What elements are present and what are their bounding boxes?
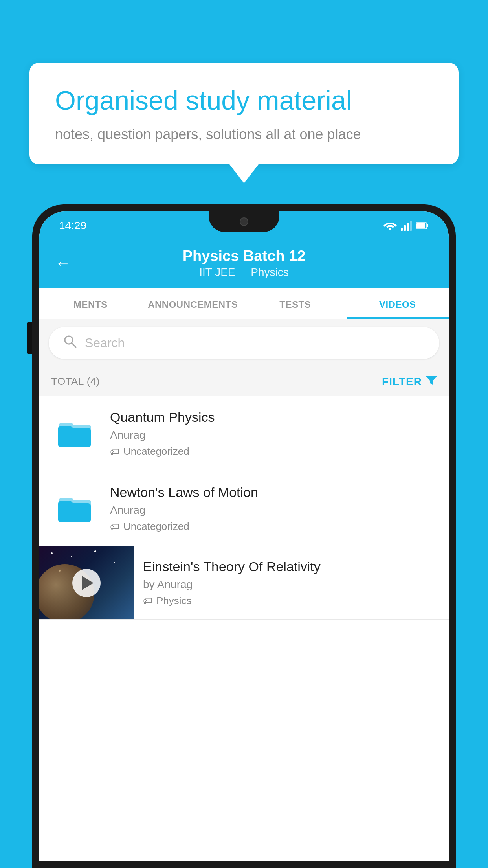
back-button[interactable]: ← [55, 254, 71, 272]
tab-announcements[interactable]: ANNOUNCEMENTS [142, 288, 244, 319]
list-item[interactable]: Einstein's Theory Of Relativity by Anura… [39, 546, 449, 620]
list-item[interactable]: Newton's Laws of Motion Anurag 🏷 Uncateg… [39, 471, 449, 546]
svg-rect-3 [407, 223, 409, 231]
play-button[interactable] [72, 569, 101, 597]
video-title-1: Quantum Physics [110, 410, 437, 425]
folder-icon [55, 414, 94, 453]
play-triangle-icon [82, 576, 94, 590]
search-bar-container: Search [39, 319, 449, 367]
tag-icon-2: 🏷 [110, 521, 119, 532]
app-header: ← Physics Batch 12 IIT JEE Physics [39, 237, 449, 288]
svg-line-9 [72, 343, 76, 347]
status-icons [383, 221, 429, 231]
search-input-placeholder[interactable]: Search [85, 336, 125, 350]
tab-videos[interactable]: VIDEOS [347, 288, 449, 319]
camera-icon [240, 217, 248, 226]
tag-label-2: Uncategorized [123, 520, 189, 533]
video-tag-2: 🏷 Uncategorized [110, 520, 437, 533]
wifi-icon [383, 221, 397, 231]
svg-rect-1 [401, 228, 403, 231]
header-title: Physics Batch 12 [183, 248, 306, 265]
tab-tests[interactable]: TESTS [244, 288, 347, 319]
phone-screen: 14:29 [39, 211, 449, 861]
video-info-2: Newton's Laws of Motion Anurag 🏷 Uncateg… [110, 485, 437, 533]
filter-button[interactable]: FILTER [382, 375, 437, 388]
list-item[interactable]: Quantum Physics Anurag 🏷 Uncategorized [39, 396, 449, 471]
total-count: TOTAL (4) [51, 375, 100, 388]
video-tag-1: 🏷 Uncategorized [110, 445, 437, 458]
video-tag-3: 🏷 Physics [143, 595, 439, 607]
folder-icon [55, 489, 94, 528]
battery-icon [416, 222, 429, 230]
video-author-3: by Anurag [143, 578, 439, 591]
signal-icon [401, 221, 412, 231]
tabs-bar: MENTS ANNOUNCEMENTS TESTS VIDEOS [39, 288, 449, 319]
video-author-2: Anurag [110, 504, 437, 517]
folder-thumbnail-1 [51, 410, 98, 457]
svg-rect-4 [410, 221, 412, 231]
video-info-1: Quantum Physics Anurag 🏷 Uncategorized [110, 410, 437, 458]
video-title-2: Newton's Laws of Motion [110, 485, 437, 500]
speech-bubble-subtext: notes, question papers, solutions all at… [55, 126, 433, 143]
header-subtitle: IIT JEE Physics [183, 266, 306, 279]
filter-bar: TOTAL (4) FILTER [39, 367, 449, 396]
tag-label-1: Uncategorized [123, 445, 189, 458]
tag-label-3: Physics [156, 595, 192, 607]
svg-rect-7 [416, 223, 425, 228]
tag-icon-1: 🏷 [110, 446, 119, 457]
svg-point-0 [389, 228, 391, 230]
filter-icon [426, 375, 437, 388]
subtitle-iitjee: IIT JEE [199, 266, 235, 278]
speech-bubble: Organised study material notes, question… [29, 63, 459, 164]
search-icon [63, 334, 77, 352]
header-title-group: Physics Batch 12 IIT JEE Physics [183, 248, 306, 279]
speech-bubble-heading: Organised study material [55, 85, 433, 117]
video-list: Quantum Physics Anurag 🏷 Uncategorized [39, 396, 449, 620]
subtitle-physics: Physics [251, 266, 288, 278]
video-title-3: Einstein's Theory Of Relativity [143, 559, 439, 574]
filter-label: FILTER [382, 375, 422, 388]
video-info-3: Einstein's Theory Of Relativity by Anura… [134, 548, 449, 618]
phone-frame: 14:29 [32, 204, 456, 868]
svg-rect-6 [427, 224, 428, 227]
svg-rect-2 [404, 225, 406, 231]
video-thumbnail-3 [39, 546, 134, 619]
folder-thumbnail-2 [51, 485, 98, 532]
svg-marker-10 [426, 376, 437, 385]
phone-notch [209, 211, 279, 232]
phone-container: 14:29 [32, 204, 456, 868]
tag-icon-3: 🏷 [143, 595, 152, 606]
video-author-1: Anurag [110, 429, 437, 441]
tab-ments[interactable]: MENTS [39, 288, 142, 319]
search-bar[interactable]: Search [49, 327, 439, 359]
speech-bubble-container: Organised study material notes, question… [29, 63, 459, 164]
status-time: 14:29 [59, 219, 86, 232]
